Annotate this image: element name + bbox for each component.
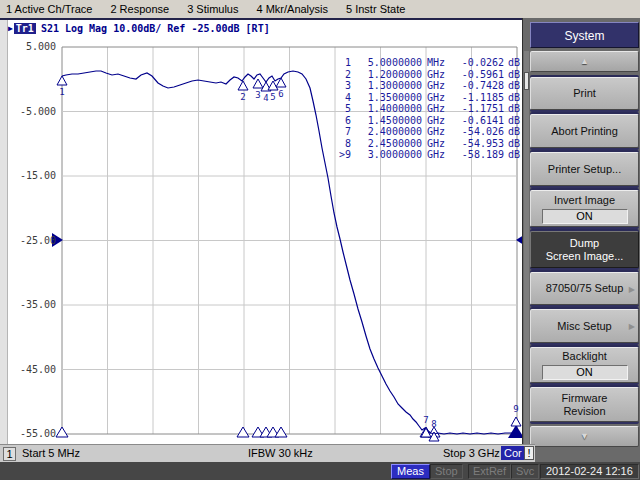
marker-table-row: 31.3000000GHz-0.7428dB <box>330 80 524 92</box>
stop-frequency: Stop 3 GHz <box>443 447 500 459</box>
softkey-firmwarerevision[interactable]: FirmwareRevision <box>530 387 639 422</box>
trace-marker-3[interactable] <box>253 79 263 88</box>
y-axis-label: -25.00 <box>0 235 56 246</box>
extref-status-badge: ExtRef <box>468 464 511 479</box>
marker-table-cell: dB <box>504 149 524 161</box>
menu-item[interactable]: 1 Active Ch/Trace <box>0 3 101 15</box>
softkey-scroll-down-button[interactable]: ▼ <box>530 426 639 447</box>
trace-marker-9[interactable] <box>511 417 521 426</box>
axis-marker[interactable] <box>275 427 287 437</box>
menu-item[interactable]: 4 Mkr/Analysis <box>247 3 337 15</box>
marker-table-cell: -1.1185 <box>454 92 504 104</box>
softkey-scrollbar[interactable] <box>524 51 529 447</box>
marker-table-cell: 1.3000000 <box>351 80 422 92</box>
softkey-label: Dump <box>570 237 599 250</box>
marker-table-cell: 1.4000000 <box>351 103 422 115</box>
softkey-backlight[interactable]: BacklightON <box>530 347 639 383</box>
softkey-dumpscreen-image[interactable]: DumpScreen Image... <box>530 231 639 268</box>
toggle-state: ON <box>542 209 628 224</box>
marker-table-cell: GHz <box>422 126 454 138</box>
trace-marker-number: 6 <box>278 89 283 99</box>
marker-table-cell: dB <box>504 92 524 104</box>
y-axis-label: -5.000 <box>0 106 56 117</box>
trace-marker-number: 2 <box>240 92 245 102</box>
menu-item[interactable]: 3 Stimulus <box>178 3 247 15</box>
softkey-87050-75-setup[interactable]: 87050/75 Setup▶ <box>530 272 639 305</box>
marker-table-cell: 1.2000000 <box>351 69 422 81</box>
up-arrow-icon: ▲ <box>580 56 589 66</box>
y-axis-label: -35.00 <box>0 299 56 310</box>
y-axis-label: 5.000 <box>0 41 56 52</box>
marker-table-cell: 7 <box>330 126 351 138</box>
stop-status-badge: Stop <box>430 464 463 479</box>
menu-item[interactable]: 2 Response <box>101 3 178 15</box>
marker-table-row: 15.0000000MHz-0.0262dB <box>330 57 524 69</box>
marker-table-cell: 1 <box>330 57 351 69</box>
active-trace-arrow-icon: ▶ <box>8 24 13 33</box>
down-arrow-icon: ▼ <box>580 431 589 441</box>
marker-table-cell: dB <box>504 103 524 115</box>
marker-table-row: 72.4000000GHz-54.026dB <box>330 126 524 138</box>
ifbw-value: IFBW 30 kHz <box>248 447 313 459</box>
y-axis-label: -55.00 <box>0 428 56 439</box>
softkey-label: 87050/75 Setup <box>546 282 624 295</box>
softkey-printer-setup[interactable]: Printer Setup... <box>530 152 639 186</box>
axis-marker[interactable] <box>56 427 68 437</box>
softkey-label: Print <box>573 87 596 100</box>
softkey-label: Abort Printing <box>551 125 618 138</box>
trace-marker-number: 5 <box>270 92 275 102</box>
datetime-display: 2012-02-24 12:16 <box>540 464 639 479</box>
channel-status-bar: 1 Start 5 MHz IFBW 30 kHz Stop 3 GHz Cor… <box>0 444 535 463</box>
alert-indicator: ! <box>524 446 534 460</box>
marker-table-cell: GHz <box>422 69 454 81</box>
marker-table: 15.0000000MHz-0.0262dB21.2000000GHz-0.59… <box>330 57 524 161</box>
trace-marker-2[interactable] <box>238 81 248 90</box>
trace-marker-number: 3 <box>255 90 260 100</box>
softkey-menu-title: System <box>530 22 639 48</box>
marker-table-cell: 5 <box>330 103 351 115</box>
marker-table-cell: dB <box>504 115 524 127</box>
softkey-scrollbar-thumb[interactable] <box>524 72 529 90</box>
softkey-misc-setup[interactable]: Misc Setup▶ <box>530 309 639 343</box>
softkey-print[interactable]: Print <box>530 77 639 110</box>
softkey-label: Firmware <box>562 392 608 405</box>
trace-format-text: S21 Log Mag 10.00dB/ Ref -25.00dB [RT] <box>41 23 270 34</box>
softkey-label: Invert Image <box>554 194 615 207</box>
marker-table-row: 61.4500000GHz-0.6141dB <box>330 115 524 127</box>
marker-table-row: 21.2000000GHz-0.5961dB <box>330 69 524 81</box>
marker-table-cell: -1.1751 <box>454 103 504 115</box>
marker-table-cell: GHz <box>422 103 454 115</box>
trace-marker-number: 8 <box>431 419 436 429</box>
trace-marker-number: 4 <box>263 93 268 103</box>
axis-marker[interactable] <box>237 427 249 437</box>
marker-table-cell: 2.4000000 <box>351 126 422 138</box>
correction-badge: Cor <box>501 446 525 460</box>
trace-status-line: ▶ Tr1 S21 Log Mag 10.00dB/ Ref -25.00dB … <box>8 22 270 35</box>
softkey-label: Misc Setup <box>557 320 611 333</box>
marker-table-cell: dB <box>504 80 524 92</box>
softkey-scroll-up-button[interactable]: ▲ <box>530 51 639 72</box>
marker-table-row: 41.3500000GHz-1.1185dB <box>330 92 524 104</box>
instrument-status-bar: Meas Stop ExtRef Svc 2012-02-24 12:16 <box>0 462 640 480</box>
marker-table-cell: -0.5961 <box>454 69 504 81</box>
marker-table-cell: dB <box>504 69 524 81</box>
marker-table-cell: GHz <box>422 138 454 150</box>
marker-table-cell: 1.4500000 <box>351 115 422 127</box>
softkey-invert-image[interactable]: Invert ImageON <box>530 190 639 227</box>
trace-marker-number: 9 <box>513 404 518 414</box>
softkey-abort-printing[interactable]: Abort Printing <box>530 114 639 148</box>
submenu-arrow-icon: ▶ <box>629 282 635 295</box>
marker-table-cell: GHz <box>422 80 454 92</box>
marker-table-cell: GHz <box>422 115 454 127</box>
softkey-label: Screen Image... <box>546 250 624 263</box>
marker-table-cell: 1.3500000 <box>351 92 422 104</box>
menu-item[interactable]: 5 Instr State <box>337 3 414 15</box>
marker-table-cell: 6 <box>330 115 351 127</box>
marker-table-cell: -0.6141 <box>454 115 504 127</box>
marker-table-cell: 5.0000000 <box>351 57 422 69</box>
trace-marker-number: 1 <box>59 87 64 97</box>
softkey-label: Backlight <box>562 350 607 363</box>
start-frequency: Start 5 MHz <box>22 447 80 459</box>
trace-marker-1[interactable] <box>57 76 67 85</box>
trace-badge[interactable]: Tr1 <box>14 23 36 34</box>
